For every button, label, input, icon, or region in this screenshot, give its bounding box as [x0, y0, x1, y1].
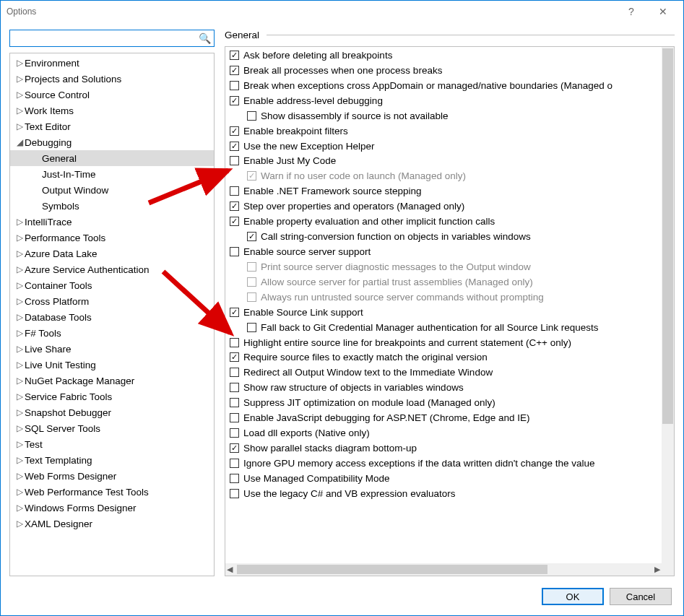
options-list[interactable]: ✓Ask before deleting all breakpoints✓Bre…	[225, 47, 662, 563]
option-row[interactable]: Break when exceptions cross AppDomain or…	[227, 79, 662, 94]
checkbox[interactable]: ✓	[230, 96, 239, 105]
expand-icon[interactable]: ▷	[14, 105, 25, 116]
tree-item[interactable]: Symbols	[10, 198, 214, 214]
tree-item[interactable]: ▷IntelliTrace	[10, 214, 214, 230]
checkbox[interactable]: ✓	[230, 352, 239, 362]
tree-item[interactable]: ▷Performance Tools	[10, 230, 214, 246]
checkbox[interactable]	[230, 156, 239, 165]
checkbox[interactable]	[230, 474, 239, 483]
expand-icon[interactable]: ▷	[14, 487, 25, 497]
option-row[interactable]: Highlight entire source line for breakpo…	[227, 336, 662, 351]
checkbox[interactable]	[247, 323, 256, 332]
option-row[interactable]: Enable Just My Code	[227, 154, 662, 169]
search-icon[interactable]: 🔍	[199, 32, 211, 44]
tree-item[interactable]: ▷Web Performance Test Tools	[10, 484, 214, 500]
tree-item[interactable]: ▷Web Forms Designer	[10, 468, 214, 484]
checkbox[interactable]	[230, 383, 239, 392]
expand-icon[interactable]: ▷	[14, 455, 25, 465]
expand-icon[interactable]: ▷	[14, 74, 25, 84]
option-row[interactable]: Use Managed Compatibility Mode	[227, 472, 662, 487]
tree-item[interactable]: ▷F# Tools	[10, 325, 214, 341]
tree-item[interactable]: ▷Cross Platform	[10, 293, 214, 309]
expand-icon[interactable]: ◢	[14, 137, 25, 147]
search-box[interactable]: 🔍	[9, 30, 215, 47]
option-row[interactable]: ✓Call string-conversion function on obje…	[227, 230, 662, 245]
tree-item[interactable]: ◢Debugging	[10, 134, 214, 150]
checkbox[interactable]	[230, 186, 239, 196]
option-row[interactable]: ✓Enable address-level debugging	[227, 94, 662, 109]
tree-item[interactable]: ▷Test	[10, 436, 214, 452]
option-row[interactable]: Ignore GPU memory access exceptions if t…	[227, 456, 662, 472]
tree-item[interactable]: ▷Snapshot Debugger	[10, 404, 214, 420]
expand-icon[interactable]: ▷	[14, 471, 25, 481]
close-button[interactable]: ✕	[647, 1, 679, 22]
expand-icon[interactable]: ▷	[14, 296, 25, 306]
checkbox[interactable]: ✓	[230, 217, 239, 226]
expand-icon[interactable]: ▷	[14, 58, 25, 68]
option-row[interactable]: ✓Enable breakpoint filters	[227, 124, 662, 139]
option-row[interactable]: Use the legacy C# and VB expression eval…	[227, 487, 662, 502]
option-row[interactable]: Fall back to Git Credential Manager auth…	[227, 321, 662, 336]
checkbox[interactable]	[230, 398, 239, 407]
vertical-scrollbar[interactable]	[662, 47, 674, 576]
option-row[interactable]: Suppress JIT optimization on module load…	[227, 396, 662, 411]
option-row[interactable]: ✓Step over properties and operators (Man…	[227, 199, 662, 214]
hscroll-thumb[interactable]	[237, 565, 547, 574]
tree-item[interactable]: ▷Service Fabric Tools	[10, 389, 214, 404]
option-row[interactable]: Show disassembly if source is not availa…	[227, 109, 662, 124]
tree-item[interactable]: ▷Azure Data Lake	[10, 246, 214, 261]
option-row[interactable]: ✓Ask before deleting all breakpoints	[227, 48, 662, 64]
search-input[interactable]	[13, 32, 199, 45]
checkbox[interactable]: ✓	[230, 126, 239, 136]
checkbox[interactable]	[230, 413, 239, 422]
checkbox[interactable]: ✓	[230, 308, 239, 317]
tree-item[interactable]: ▷Text Templating	[10, 452, 214, 468]
option-row[interactable]: ✓Show parallel stacks diagram bottom-up	[227, 441, 662, 456]
tree-item[interactable]: ▷Text Editor	[10, 118, 214, 134]
option-row[interactable]: Load dll exports (Native only)	[227, 426, 662, 441]
tree-item[interactable]: ▷NuGet Package Manager	[10, 373, 214, 389]
expand-icon[interactable]: ▷	[14, 264, 25, 274]
checkbox[interactable]	[230, 489, 239, 498]
expand-icon[interactable]: ▷	[14, 439, 25, 449]
tree-item[interactable]: ▷Container Tools	[10, 277, 214, 293]
tree-item[interactable]: Just-In-Time	[10, 166, 214, 182]
cancel-button[interactable]: Cancel	[610, 588, 672, 605]
option-row[interactable]: ✓Break all processes when one process br…	[227, 64, 662, 79]
scroll-left-icon[interactable]: ◀	[227, 565, 233, 574]
tree-item[interactable]: ▷Environment	[10, 55, 214, 71]
option-row[interactable]: Redirect all Output Window text to the I…	[227, 365, 662, 381]
checkbox[interactable]: ✓	[230, 443, 239, 453]
horizontal-scrollbar[interactable]: ◀ ▶	[225, 563, 662, 576]
checkbox[interactable]	[230, 338, 239, 347]
checkbox[interactable]	[230, 247, 239, 256]
expand-icon[interactable]: ▷	[14, 376, 25, 386]
expand-icon[interactable]: ▷	[14, 217, 25, 227]
checkbox[interactable]	[230, 368, 239, 377]
checkbox[interactable]: ✓	[230, 201, 239, 211]
tree-item[interactable]: ▷SQL Server Tools	[10, 420, 214, 436]
tree-item[interactable]: ▷Live Share	[10, 341, 214, 357]
option-row[interactable]: ✓Require source files to exactly match t…	[227, 350, 662, 365]
tree-item[interactable]: ▷Source Control	[10, 87, 214, 103]
checkbox[interactable]: ✓	[247, 232, 256, 241]
tree-item[interactable]: ▷Live Unit Testing	[10, 357, 214, 373]
checkbox[interactable]: ✓	[230, 66, 239, 75]
tree-item[interactable]: General	[10, 150, 214, 166]
checkbox[interactable]	[230, 81, 239, 90]
option-row[interactable]: Show raw structure of objects in variabl…	[227, 381, 662, 396]
expand-icon[interactable]: ▷	[14, 248, 25, 259]
expand-icon[interactable]: ▷	[14, 280, 25, 290]
option-row[interactable]: Enable source server support	[227, 245, 662, 260]
expand-icon[interactable]: ▷	[14, 391, 25, 402]
tree-item[interactable]: ▷XAML Designer	[10, 516, 214, 532]
option-row[interactable]: Enable JavaScript debugging for ASP.NET …	[227, 411, 662, 426]
option-row[interactable]: Enable .NET Framework source stepping	[227, 184, 662, 199]
help-button[interactable]: ?	[615, 1, 647, 22]
expand-icon[interactable]: ▷	[14, 233, 25, 243]
expand-icon[interactable]: ▷	[14, 519, 25, 529]
expand-icon[interactable]: ▷	[14, 328, 25, 338]
tree-item[interactable]: ▷Windows Forms Designer	[10, 500, 214, 516]
tree-item[interactable]: ▷Database Tools	[10, 309, 214, 325]
expand-icon[interactable]: ▷	[14, 407, 25, 417]
